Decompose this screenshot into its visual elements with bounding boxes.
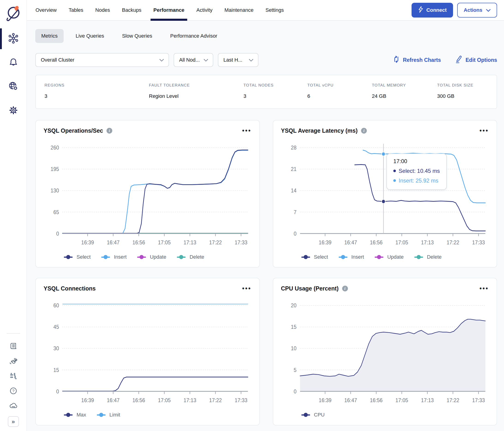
main-area: Overview Tables Nodes Backups Performanc…: [27, 0, 504, 431]
svg-text:10: 10: [291, 345, 297, 352]
legend-item-insert[interactable]: Insert: [339, 254, 364, 260]
legend-item-max[interactable]: Max: [64, 412, 86, 418]
svg-text:17:13: 17:13: [183, 239, 196, 246]
charts-grid: YSQL Operations/Sec i ••• 06513019526016…: [35, 120, 497, 425]
svg-text:0: 0: [294, 230, 296, 237]
legend-item-limit[interactable]: Limit: [97, 412, 120, 418]
chart-title: CPU Usage (Percent): [281, 285, 339, 292]
chart-title: YSQL Connections: [44, 285, 96, 292]
legend-item-select[interactable]: Select: [64, 254, 91, 260]
sidebar-item-alerts[interactable]: [0, 51, 27, 75]
svg-text:17:22: 17:22: [209, 239, 222, 246]
subtab-slow-queries[interactable]: Slow Queries: [116, 29, 158, 43]
stat-label: REGIONS: [45, 83, 149, 88]
chart-title: YSQL Average Latency (ms): [281, 127, 358, 134]
svg-text:17:22: 17:22: [446, 239, 459, 246]
edit-options-button[interactable]: Edit Options: [455, 55, 497, 64]
svg-text:17:33: 17:33: [235, 397, 247, 403]
stat-label: TOTAL vCPU: [307, 83, 372, 88]
svg-text:17:13: 17:13: [421, 239, 434, 246]
info-icon[interactable]: i: [107, 128, 112, 134]
tab-maintenance[interactable]: Maintenance: [218, 0, 259, 20]
stat-total-vcpu: TOTAL vCPU 6: [307, 83, 372, 99]
chart-menu-button[interactable]: •••: [242, 128, 251, 134]
chart-plot-area: 06513019526016:3916:4716:5617:0517:1317:…: [44, 135, 252, 250]
tab-tables[interactable]: Tables: [63, 0, 90, 20]
chevron-down-icon: [486, 7, 491, 13]
tab-nodes[interactable]: Nodes: [89, 0, 116, 20]
bell-icon: [8, 57, 19, 69]
yugabyte-logo-icon[interactable]: [6, 4, 21, 22]
refresh-charts-button[interactable]: Refresh Charts: [393, 55, 441, 64]
sidebar-item-clusters[interactable]: [0, 27, 27, 51]
performance-subtabs: Metrics Live Queries Slow Queries Perfor…: [35, 29, 497, 43]
legend-item-delete[interactable]: Delete: [414, 254, 442, 260]
legend-item-select[interactable]: Select: [301, 254, 328, 260]
chart-card-header: YSQL Operations/Sec i •••: [44, 127, 252, 134]
filter-actions: Refresh Charts Edit Options: [393, 55, 497, 64]
sidebar-item-integrations[interactable]: [0, 354, 27, 369]
chart-legend: SelectInsertUpdateDelete: [281, 250, 489, 262]
sidebar-expand-button[interactable]: »: [8, 416, 19, 427]
svg-text:16:39: 16:39: [81, 239, 94, 246]
legend-item-delete[interactable]: Delete: [177, 254, 204, 260]
legend-item-cpu[interactable]: CPU: [301, 412, 325, 418]
info-icon[interactable]: i: [361, 128, 367, 134]
cluster-scope-select[interactable]: Overall Cluster: [35, 53, 169, 67]
sidebar-item-slack[interactable]: [0, 369, 27, 384]
subtab-live-queries[interactable]: Live Queries: [70, 29, 110, 43]
svg-text:17:33: 17:33: [235, 239, 247, 246]
cloud-icon: [9, 401, 18, 411]
plug-icon: [9, 357, 18, 367]
chart-menu-button[interactable]: •••: [242, 285, 251, 292]
chart-menu-button[interactable]: •••: [480, 128, 489, 134]
svg-text:16:39: 16:39: [319, 239, 331, 246]
book-icon: [9, 342, 18, 352]
sidebar-item-docs[interactable]: [0, 340, 27, 354]
svg-text:17:05: 17:05: [158, 397, 171, 403]
legend-item-update[interactable]: Update: [137, 254, 166, 260]
sidebar-item-cloud-status[interactable]: [0, 399, 27, 413]
svg-text:17:05: 17:05: [158, 239, 171, 246]
actions-button-label: Actions: [464, 7, 482, 13]
actions-button[interactable]: Actions: [457, 3, 497, 18]
svg-text:17:22: 17:22: [209, 397, 222, 403]
stat-label: TOTAL DISK SIZE: [437, 83, 473, 88]
sidebar-item-help[interactable]: ?: [0, 384, 27, 399]
svg-text:17:13: 17:13: [421, 397, 434, 403]
legend-item-update[interactable]: Update: [375, 254, 404, 260]
tab-performance[interactable]: Performance: [147, 0, 190, 20]
legend-item-insert[interactable]: Insert: [101, 254, 126, 260]
subtab-performance-advisor[interactable]: Performance Advisor: [164, 29, 223, 43]
connect-button[interactable]: Connect: [412, 3, 453, 18]
chart-tooltip: 17:00Select: 10.45 msInsert: 25.92 ms: [387, 153, 447, 190]
chart-menu-button[interactable]: •••: [480, 285, 489, 292]
chart-card-ysql-connections: YSQL Connections i ••• 01530456016:3916:…: [35, 278, 260, 425]
svg-text:17:22: 17:22: [446, 397, 459, 403]
tab-activity[interactable]: Activity: [190, 0, 219, 20]
cluster-nav-tabs: Overview Tables Nodes Backups Performanc…: [29, 0, 290, 20]
svg-text:16:47: 16:47: [107, 397, 119, 403]
svg-text:16:56: 16:56: [132, 397, 145, 403]
svg-text:17:33: 17:33: [472, 397, 485, 403]
svg-text:16:56: 16:56: [370, 239, 382, 246]
tab-overview[interactable]: Overview: [29, 0, 63, 20]
stat-label: TOTAL MEMORY: [372, 83, 437, 88]
slack-icon: [9, 372, 18, 381]
tab-settings[interactable]: Settings: [259, 0, 290, 20]
svg-text:0: 0: [56, 230, 59, 237]
svg-text:17:13: 17:13: [183, 397, 196, 403]
info-icon[interactable]: i: [342, 286, 348, 291]
lightning-icon: [418, 6, 423, 14]
tab-backups[interactable]: Backups: [116, 0, 147, 20]
time-range-value: Last H...: [223, 57, 242, 63]
globe-gear-icon: [8, 81, 19, 93]
nodes-select[interactable]: All Nod...: [174, 53, 213, 67]
sidebar-item-network[interactable]: [0, 75, 27, 99]
svg-text:?: ?: [12, 389, 14, 393]
svg-text:14: 14: [291, 188, 297, 194]
svg-text:16:56: 16:56: [132, 239, 145, 246]
subtab-metrics[interactable]: Metrics: [35, 29, 64, 43]
sidebar-item-settings[interactable]: [0, 99, 27, 123]
time-range-select[interactable]: Last H...: [218, 53, 259, 67]
